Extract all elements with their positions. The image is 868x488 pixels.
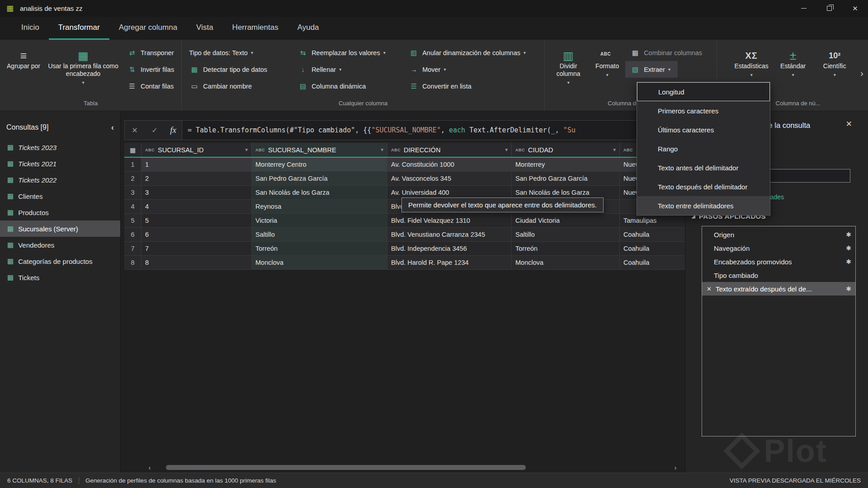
filter-icon[interactable]: ▾	[609, 147, 616, 153]
formato-button[interactable]: ABC Formato ▾	[589, 42, 625, 99]
tipo-de-datos-button[interactable]: Tipo de datos: Texto ▾	[184, 44, 293, 61]
anular-dinamizacion-button[interactable]: ▥ Anular dinamización de columnas ▾	[404, 44, 542, 61]
table-cell[interactable]: 6	[142, 228, 252, 242]
tab-inicio[interactable]: Inicio	[12, 17, 49, 40]
gear-icon[interactable]: ✱	[846, 244, 851, 252]
mover-button[interactable]: → Mover ▾	[404, 61, 542, 78]
query-item-tickets-2021[interactable]: ▦Tickets 2021	[0, 155, 120, 172]
cancel-formula-button[interactable]: ✕	[125, 121, 145, 140]
step-origen[interactable]: Origen ✱	[702, 228, 855, 241]
query-item-sucursales[interactable]: ▦Sucursales (Server)	[0, 221, 120, 237]
table-cell[interactable]: 1	[142, 158, 252, 172]
table-cell[interactable]: Monclova	[512, 256, 620, 270]
row-number[interactable]: 7	[124, 242, 142, 256]
row-number[interactable]: 5	[124, 214, 142, 228]
select-all-corner[interactable]: ▦	[124, 143, 142, 157]
table-cell[interactable]: Monclova	[252, 256, 387, 270]
ribbon-more-chevron[interactable]: ›	[860, 68, 863, 79]
scrollbar-track[interactable]	[156, 463, 669, 472]
confirm-formula-button[interactable]: ✓	[145, 121, 165, 140]
horizontal-scrollbar[interactable]: ‹ ›	[143, 463, 682, 472]
table-cell[interactable]: Monterrey	[512, 158, 620, 172]
table-cell[interactable]: San Nicolás de los Garza	[252, 186, 387, 200]
table-cell[interactable]: Blvd. Fidel Velazquez 1310	[387, 214, 512, 228]
table-cell[interactable]: Victoria	[252, 214, 387, 228]
table-cell[interactable]: 3	[142, 186, 252, 200]
scroll-left-icon[interactable]: ‹	[143, 463, 156, 472]
step-tipo-cambiado[interactable]: Tipo cambiado	[702, 268, 855, 282]
row-number[interactable]: 1	[124, 158, 142, 172]
query-item-clientes[interactable]: ▦Clientes	[0, 188, 120, 204]
scroll-right-icon[interactable]: ›	[669, 463, 682, 472]
table-cell[interactable]: Blvd. Independencia 3456	[387, 242, 512, 256]
column-header-ciudad[interactable]: ABCCIUDAD▾	[512, 143, 620, 157]
remove-step-icon[interactable]: ✕	[707, 286, 712, 292]
table-cell[interactable]: Av. Vasconcelos 345	[387, 172, 512, 186]
restore-button[interactable]	[816, 0, 842, 17]
query-item-tickets[interactable]: ▦Tickets	[0, 269, 120, 286]
table-cell[interactable]: Saltillo	[512, 228, 620, 242]
cambiar-nombre-button[interactable]: ▭ Cambiar nombre	[184, 78, 293, 94]
row-number[interactable]: 6	[124, 228, 142, 242]
extraer-button[interactable]: ▧ Extraer ▾	[625, 61, 678, 78]
estandar-button[interactable]: ± Estándar ▾	[772, 42, 814, 99]
dividir-columna-button[interactable]: ▥ Dividir columna ▾	[547, 42, 589, 99]
transponer-button[interactable]: ⇄ Transponer	[122, 44, 179, 61]
query-item-vendedores[interactable]: ▦Vendedores	[0, 237, 120, 253]
menu-item-texto-antes-delimitador[interactable]: Texto antes del delimitador	[637, 158, 770, 177]
table-cell[interactable]: Blvd. Venustiano Carranza 2345	[387, 228, 512, 242]
table-cell[interactable]: San Pedro Garza García	[252, 172, 387, 186]
tab-vista[interactable]: Vista	[187, 17, 223, 40]
table-cell[interactable]: 5	[142, 214, 252, 228]
gear-icon[interactable]: ✱	[846, 231, 851, 238]
cientifico-button[interactable]: 10² Científic ▾	[814, 42, 855, 99]
row-number[interactable]: 8	[124, 256, 142, 270]
agrupar-por-button[interactable]: ≡ Agrupar por	[3, 42, 44, 99]
columna-dinamica-button[interactable]: ▤ Columna dinámica	[293, 78, 404, 94]
menu-item-primeros-caracteres[interactable]: Primeros caracteres	[637, 101, 770, 120]
combinar-columnas-button[interactable]: ▦ Combinar columnas	[625, 44, 714, 61]
table-cell[interactable]: Torreón	[512, 242, 620, 256]
column-header-sucursal-nombre[interactable]: ABCSUCURSAL_NOMBRE▾	[252, 143, 387, 157]
table-cell[interactable]: Coahuila	[620, 228, 685, 242]
formula-input[interactable]: = Table.TransformColumns(#"Tipo cambiado…	[182, 121, 681, 140]
table-cell[interactable]: 7	[142, 242, 252, 256]
table-cell[interactable]: 2	[142, 172, 252, 186]
column-header-direccion[interactable]: ABCDIRECCIÓN▾	[387, 143, 512, 157]
tab-ayuda[interactable]: Ayuda	[288, 17, 329, 40]
table-cell[interactable]: Ciudad Victoria	[512, 214, 620, 228]
invertir-filas-button[interactable]: ⇅ Invertir filas	[122, 61, 179, 78]
column-header-sucursal-id[interactable]: ABCSUCURSAL_ID▾	[142, 143, 252, 157]
minimize-button[interactable]	[791, 0, 816, 17]
step-navegacion[interactable]: Navegación ✱	[702, 241, 855, 255]
step-encabezados-promovidos[interactable]: Encabezados promovidos ✱	[702, 255, 855, 268]
row-number[interactable]: 2	[124, 172, 142, 186]
gear-icon[interactable]: ✱	[846, 285, 851, 292]
query-item-tickets-2022[interactable]: ▦Tickets 2022	[0, 172, 120, 188]
collapse-sidebar-icon[interactable]: ‹	[111, 122, 114, 132]
contar-filas-button[interactable]: ☰ Contar filas	[122, 78, 179, 94]
filter-icon[interactable]: ▾	[377, 147, 383, 153]
menu-item-longitud[interactable]: Longitud	[637, 82, 770, 101]
close-button[interactable]: ✕	[842, 0, 868, 17]
tab-herramientas[interactable]: Herramientas	[223, 17, 288, 40]
query-item-productos[interactable]: ▦Productos	[0, 204, 120, 221]
menu-item-texto-entre-delimitadores[interactable]: Texto entre delimitadores	[637, 196, 770, 215]
tab-transformar[interactable]: Transformar	[49, 17, 109, 40]
table-cell[interactable]: Blvd. Harold R. Pape 1234	[387, 256, 512, 270]
menu-item-texto-despues-delimitador[interactable]: Texto después del delimitador	[637, 177, 770, 196]
tab-agregar-columna[interactable]: Agregar columna	[109, 17, 187, 40]
primera-fila-button[interactable]: ▦ Usar la primera fila como encabezado ▾	[44, 42, 122, 99]
table-cell[interactable]: Av. Constitución 1000	[387, 158, 512, 172]
table-cell[interactable]: 8	[142, 256, 252, 270]
table-cell[interactable]: Saltillo	[252, 228, 387, 242]
gear-icon[interactable]: ✱	[846, 258, 851, 265]
reemplazar-valores-button[interactable]: ⇆ Reemplazar los valores ▾	[293, 44, 404, 61]
filter-icon[interactable]: ▾	[501, 147, 508, 153]
table-cell[interactable]: Torreón	[252, 242, 387, 256]
table-cell[interactable]: Tamaulipas	[620, 214, 685, 228]
scrollbar-thumb[interactable]	[166, 465, 526, 470]
filter-icon[interactable]: ▾	[241, 147, 248, 153]
table-cell[interactable]: Coahuila	[620, 256, 685, 270]
query-item-categorias[interactable]: ▦Categorías de productos	[0, 253, 120, 269]
